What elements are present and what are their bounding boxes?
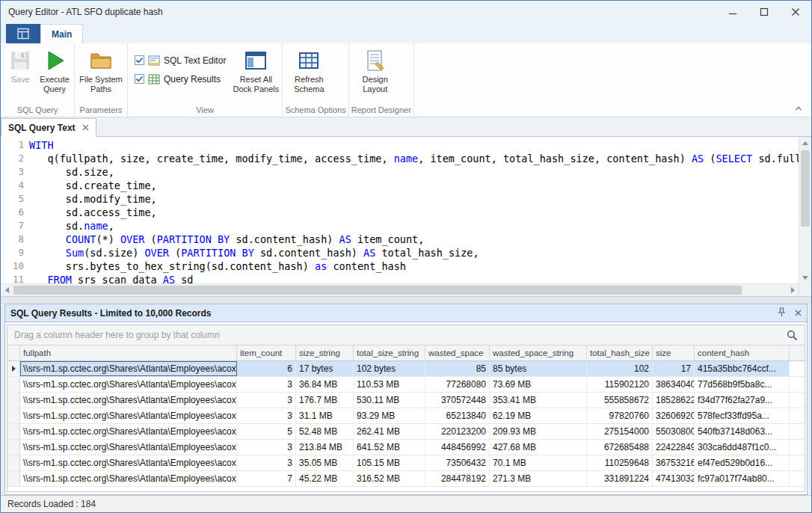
- cell-total_hash_size[interactable]: 275154000: [587, 424, 653, 439]
- group-by-panel[interactable]: Drag a column header here to group by th…: [7, 325, 805, 345]
- application-button[interactable]: [6, 24, 40, 43]
- table-row[interactable]: \\srs-m1.sp.cctec.org\Shares\Atlanta\Emp…: [7, 440, 805, 455]
- sql-text-editor-checkbox[interactable]: SQL Text Editor: [135, 51, 226, 70]
- cell-item_count[interactable]: 3: [237, 377, 296, 392]
- cell-size_string[interactable]: 36.84 MB: [296, 377, 354, 392]
- cell-size_string[interactable]: 45.22 MB: [296, 471, 354, 486]
- cell-wasted_space[interactable]: 448456992: [425, 440, 490, 455]
- cell-wasted_space_string[interactable]: 62.19 MB: [490, 408, 587, 423]
- execute-query-button[interactable]: Execute Query: [37, 45, 72, 104]
- cell-size[interactable]: 17: [653, 361, 695, 376]
- table-row[interactable]: \\srs-m1.sp.cctec.org\Shares\Atlanta\Emp…: [7, 361, 805, 377]
- cell-item_count[interactable]: 3: [237, 393, 296, 408]
- search-icon[interactable]: [787, 330, 798, 341]
- cell-content_hash[interactable]: ef47ed529b0d16...: [695, 455, 790, 470]
- cell-size_string[interactable]: 35.05 MB: [296, 455, 354, 470]
- tab-main[interactable]: Main: [40, 24, 83, 43]
- cell-fullpath[interactable]: \\srs-m1.sp.cctec.org\Shares\Atlanta\Emp…: [20, 455, 237, 470]
- column-header-fullpath[interactable]: fullpath: [20, 345, 237, 360]
- reset-dock-panels-button[interactable]: Reset All Dock Panels: [232, 45, 280, 104]
- table-row[interactable]: \\srs-m1.sp.cctec.org\Shares\Atlanta\Emp…: [7, 424, 805, 440]
- cell-content_hash[interactable]: 303ca6dd487f1c0...: [695, 440, 790, 455]
- cell-item_count[interactable]: 5: [237, 424, 296, 439]
- cell-wasted_space[interactable]: 220123200: [425, 424, 490, 439]
- code-line[interactable]: FROM srs_scan_data AS sd: [29, 273, 799, 283]
- scroll-down-icon[interactable]: [799, 271, 811, 283]
- cell-size[interactable]: 55030800: [653, 424, 695, 439]
- cell-content_hash[interactable]: fc97a017f74ab80...: [695, 471, 790, 486]
- query-results-checkbox[interactable]: Query Results: [135, 70, 226, 88]
- cell-content_hash[interactable]: 578fecf33ffd95a...: [695, 408, 790, 423]
- save-button[interactable]: Save: [3, 45, 37, 104]
- column-header-item_count[interactable]: item_count: [237, 345, 296, 360]
- cell-wasted_space_string[interactable]: 70.1 MB: [490, 455, 587, 470]
- design-layout-button[interactable]: Design Layout: [351, 45, 399, 104]
- cell-fullpath[interactable]: \\srs-m1.sp.cctec.org\Shares\Atlanta\Emp…: [20, 393, 237, 408]
- cell-total_hash_size[interactable]: 555858672: [587, 393, 653, 408]
- cell-fullpath[interactable]: \\srs-m1.sp.cctec.org\Shares\Atlanta\Emp…: [20, 377, 237, 392]
- cell-content_hash[interactable]: 77d568b9f5ba8c...: [695, 377, 790, 392]
- refresh-schema-button[interactable]: Refresh Schema: [285, 45, 333, 104]
- cell-total_size_string[interactable]: 530.11 MB: [354, 393, 425, 408]
- column-header-content_hash[interactable]: content_hash: [695, 345, 790, 360]
- code-line[interactable]: q(fullpath, size, create_time, modify_ti…: [29, 152, 799, 165]
- code-line[interactable]: sd.create_time,: [29, 179, 799, 192]
- editor-hscrollbar[interactable]: [1, 283, 799, 296]
- pin-icon[interactable]: [778, 307, 786, 319]
- column-header-total_size_string[interactable]: total_size_string: [354, 345, 425, 360]
- cell-item_count[interactable]: 3: [237, 440, 296, 455]
- column-header-total_hash_size[interactable]: total_hash_size: [587, 345, 653, 360]
- cell-content_hash[interactable]: 540fb37148d063...: [695, 424, 790, 439]
- cell-total_hash_size[interactable]: 97820760: [587, 408, 653, 423]
- cell-total_size_string[interactable]: 110.53 MB: [354, 377, 425, 392]
- code-line[interactable]: sd.modify_time,: [29, 192, 799, 206]
- vscroll-thumb[interactable]: [801, 150, 810, 227]
- cell-fullpath[interactable]: \\srs-m1.sp.cctec.org\Shares\Atlanta\Emp…: [20, 361, 237, 376]
- cell-total_hash_size[interactable]: 115902120: [587, 377, 653, 392]
- cell-wasted_space_string[interactable]: 353.41 MB: [490, 393, 587, 408]
- cell-size[interactable]: 47413032: [653, 471, 695, 486]
- cell-item_count[interactable]: 6: [237, 361, 296, 376]
- cell-size_string[interactable]: 17 bytes: [296, 361, 354, 376]
- panel-splitter[interactable]: [1, 297, 811, 304]
- cell-total_size_string[interactable]: 102 bytes: [354, 361, 425, 376]
- column-header-size_string[interactable]: size_string: [296, 345, 354, 360]
- cell-size[interactable]: 36753216: [653, 455, 695, 470]
- code-line[interactable]: sd.name,: [29, 219, 799, 233]
- cell-size[interactable]: 224228496: [653, 440, 695, 455]
- code-line[interactable]: COUNT(*) OVER (PARTITION BY sd.content_h…: [29, 233, 799, 246]
- cell-fullpath[interactable]: \\srs-m1.sp.cctec.org\Shares\Atlanta\Emp…: [20, 424, 237, 439]
- editor-code[interactable]: WITH q(fullpath, size, create_time, modi…: [29, 137, 799, 283]
- cell-total_size_string[interactable]: 262.41 MB: [354, 424, 425, 439]
- cell-total_hash_size[interactable]: 110259648: [587, 455, 653, 470]
- cell-item_count[interactable]: 3: [237, 455, 296, 470]
- code-line[interactable]: sd.access_time,: [29, 206, 799, 219]
- cell-item_count[interactable]: 7: [237, 471, 296, 486]
- table-row[interactable]: \\srs-m1.sp.cctec.org\Shares\Atlanta\Emp…: [7, 377, 805, 393]
- cell-size_string[interactable]: 52.48 MB: [296, 424, 354, 439]
- cell-fullpath[interactable]: \\srs-m1.sp.cctec.org\Shares\Atlanta\Emp…: [20, 440, 237, 455]
- cell-total_size_string[interactable]: 641.52 MB: [354, 440, 425, 455]
- table-row[interactable]: \\srs-m1.sp.cctec.org\Shares\Atlanta\Emp…: [7, 471, 805, 487]
- column-header-size[interactable]: size: [653, 345, 695, 360]
- minimize-button[interactable]: [717, 1, 748, 23]
- cell-fullpath[interactable]: \\srs-m1.sp.cctec.org\Shares\Atlanta\Emp…: [20, 471, 237, 486]
- tab-sql-query-text[interactable]: SQL Query Text: [1, 118, 96, 137]
- code-line[interactable]: WITH: [29, 138, 799, 152]
- cell-wasted_space[interactable]: 65213840: [425, 408, 490, 423]
- code-line[interactable]: sd.size,: [29, 165, 799, 179]
- cell-wasted_space_string[interactable]: 427.68 MB: [490, 440, 587, 455]
- cell-size_string[interactable]: 31.1 MB: [296, 408, 354, 423]
- cell-size[interactable]: 185286224: [653, 393, 695, 408]
- hscroll-thumb[interactable]: [13, 286, 742, 295]
- cell-wasted_space[interactable]: 284478192: [425, 471, 490, 486]
- ribbon-collapse-button[interactable]: [792, 102, 805, 114]
- cell-wasted_space_string[interactable]: 271.3 MB: [490, 471, 587, 486]
- code-line[interactable]: srs.bytes_to_hex_string(sd.content_hash)…: [29, 259, 799, 273]
- code-line[interactable]: Sum(sd.size) OVER (PARTITION BY sd.conte…: [29, 246, 799, 259]
- cell-content_hash[interactable]: f34d77f62fa27a9...: [695, 393, 790, 408]
- maximize-button[interactable]: [748, 1, 780, 23]
- cell-total_size_string[interactable]: 316.52 MB: [354, 471, 425, 486]
- cell-size[interactable]: 32606920: [653, 408, 695, 423]
- column-header-wasted_space[interactable]: wasted_space: [425, 345, 490, 360]
